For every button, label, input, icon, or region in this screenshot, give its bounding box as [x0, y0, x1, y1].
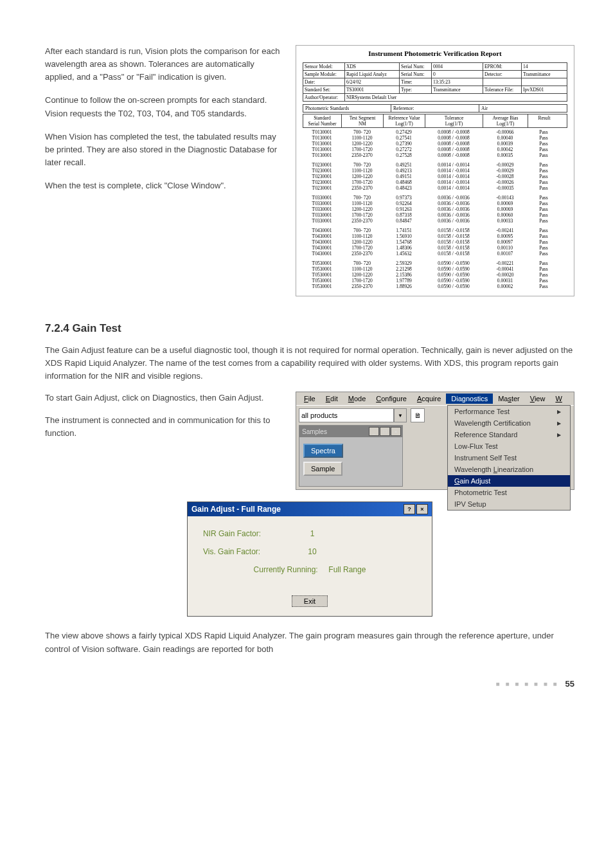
menu-w[interactable]: W — [550, 393, 567, 404]
table-row: T02300011200-12200.491510.0014 / -0.0014… — [303, 174, 567, 179]
help-icon[interactable]: ? — [404, 504, 415, 514]
menu-item[interactable]: Performance Test▶ — [448, 406, 570, 417]
meta-val: 14 — [522, 63, 567, 71]
paragraph: To start Gain Adjust, click on Diagnosti… — [45, 392, 283, 404]
close-icon[interactable]: × — [391, 427, 401, 436]
table-row: T0130001700- 7200.274290.0008 / -0.0008-… — [303, 129, 567, 135]
meta-key: Sample Module: — [303, 71, 345, 78]
table-row: T01300011700-17200.272720.0008 / -0.0008… — [303, 147, 567, 152]
table-row: T05300011200-12202.153860.0590 / -0.0590… — [303, 272, 567, 278]
close-icon[interactable]: × — [416, 504, 428, 514]
vis-gain-label: Vis. Gain Factor: — [203, 547, 299, 556]
gain-adjust-dialog: Gain Adjust - Full Range ? × NIR Gain Fa… — [187, 502, 432, 617]
meta-val: 13:35:23 — [432, 78, 483, 86]
report-column-headers: StandardSerial Number Test SegmentNM Ref… — [303, 114, 567, 128]
meta-key — [483, 78, 522, 86]
table-row: T01300012350-23700.275280.0008 / -0.0008… — [303, 152, 567, 158]
submenu-arrow-icon: ▶ — [557, 420, 561, 426]
meta-val: Rapid Liquid Analyz — [345, 71, 400, 78]
table-row: T0530001700- 7202.593290.0590 / -0.0590-… — [303, 260, 567, 266]
paragraph: When Vision has completed the test, the … — [45, 131, 283, 169]
table-row: T05300012350-23701.889260.0590 / -0.0590… — [303, 284, 567, 289]
report-title: Instrument Photometric Verification Repo… — [303, 50, 567, 57]
paragraph: The Gain Adjust feature can be a useful … — [45, 344, 574, 383]
meta-val: IpvXDS01 — [522, 86, 567, 94]
meta-key: Tolerance File: — [483, 86, 522, 94]
menu-file[interactable]: FFileile — [299, 393, 321, 404]
menu-item[interactable]: Instrument Self Test — [448, 452, 570, 464]
table-row: T03300011100-11200.922640.0036 / -0.0036… — [303, 201, 567, 206]
sample-button[interactable]: Sample — [303, 462, 342, 476]
footer-dots-icon: ■ ■ ■ ■ ■ ■ ■ — [496, 680, 559, 687]
table-row: T02300011700-17200.484680.0014 / -0.0014… — [303, 179, 567, 185]
menu-item[interactable]: Reference Standard▶ — [448, 429, 570, 440]
meta-val: Transmittance — [432, 86, 483, 94]
table-row: T04300012350-23701.456320.0158 / -0.0158… — [303, 251, 567, 257]
table-row: T01300011100-11200.275410.0008 / -0.0008… — [303, 135, 567, 141]
meta-key: Time: — [400, 78, 432, 86]
dialog-title: Gain Adjust - Full Range — [191, 505, 281, 514]
meta-val: Transmittance — [522, 71, 567, 78]
meta-val — [522, 78, 567, 86]
minimize-icon[interactable]: _ — [369, 427, 379, 436]
report-rows: T0130001700- 7200.274290.0008 / -0.0008-… — [303, 129, 567, 289]
menu-mode[interactable]: Mode — [343, 393, 371, 404]
menu-configure[interactable]: Configure — [371, 393, 412, 404]
currently-running-label: Currently Running: — [254, 565, 318, 574]
meta-key: Type: — [400, 86, 432, 94]
meta-key: Serial Num: — [400, 71, 432, 78]
menu-bar: FFileile Edit Mode Configure Acquire Dia… — [296, 392, 574, 405]
meta-key: Standard Set: — [303, 86, 345, 94]
table-row: T02300011100-11200.492130.0014 / -0.0014… — [303, 168, 567, 174]
vis-gain-value: 10 — [299, 547, 325, 556]
nir-gain-label: NIR Gain Factor: — [203, 529, 299, 538]
report-subhead: Photometric Standards Reference: Air — [303, 104, 567, 113]
meta-val: 0 — [432, 71, 483, 78]
products-combobox[interactable] — [299, 408, 394, 422]
maximize-icon[interactable]: □ — [380, 427, 390, 436]
exit-button[interactable]: Exit — [292, 595, 328, 607]
menu-item[interactable]: Low-Flux Test — [448, 440, 570, 452]
currently-running-value: Full Range — [328, 565, 366, 574]
spectra-button[interactable]: Spectra — [303, 444, 343, 458]
submenu-arrow-icon: ▶ — [557, 409, 561, 415]
submenu-arrow-icon: ▶ — [557, 432, 561, 438]
paragraph: After each standard is run, Vision plots… — [45, 45, 283, 84]
table-row: T04300011200-12201.547680.0158 / -0.0158… — [303, 239, 567, 245]
table-row: T03300012350-23700.848470.0036 / -0.0036… — [303, 218, 567, 224]
menu-edit[interactable]: Edit — [321, 393, 343, 404]
menu-item[interactable]: IPV Setup — [448, 498, 570, 510]
paragraph: When the test is complete, click "Close … — [45, 179, 283, 192]
menu-diagnostics[interactable]: Diagnostics — [446, 393, 493, 404]
meta-key: Date: — [303, 78, 345, 86]
table-row: T0430001700- 7201.741510.0158 / -0.0158-… — [303, 228, 567, 233]
section-heading-gain-test: 7.2.4 Gain Test — [45, 322, 574, 335]
nir-gain-value: 1 — [299, 529, 325, 538]
table-row: T03300011700-17200.873180.0036 / -0.0036… — [303, 212, 567, 218]
paragraph: The instrument is connected and in commu… — [45, 414, 283, 440]
page-number: 55 — [565, 679, 574, 689]
table-row: T05300011100-11202.212980.0590 / -0.0590… — [303, 266, 567, 272]
menu-acquire[interactable]: Acquire — [412, 393, 446, 404]
meta-key: Serial Num: — [400, 63, 432, 71]
table-row: T04300011100-11201.569100.0158 / -0.0158… — [303, 233, 567, 239]
verification-report: Instrument Photometric Verification Repo… — [296, 45, 574, 296]
menu-item[interactable]: Wavelength Certification▶ — [448, 417, 570, 429]
report-meta-grid: Sensor Model: XDS Serial Num: 0004 EPROM… — [303, 62, 567, 102]
menu-view[interactable]: View — [525, 393, 551, 404]
subhead-ref-val: Air — [479, 105, 567, 112]
menu-item[interactable]: Gain Adjust — [448, 475, 570, 487]
table-row: T02300012350-23700.484230.0014 / -0.0014… — [303, 185, 567, 191]
combobox-dropdown-button[interactable]: ▼ — [394, 408, 407, 422]
new-document-icon[interactable]: 🗎 — [411, 408, 425, 422]
menu-item[interactable]: Wavelength Linearization — [448, 464, 570, 475]
table-row: T04300011700-17201.483060.0158 / -0.0158… — [303, 245, 567, 251]
menu-item[interactable]: Photometric Test — [448, 487, 570, 498]
meta-key: Author/Operator: — [303, 94, 345, 102]
samples-window: Samples _ □ × Spectra Sample — [299, 425, 403, 487]
diagnostics-dropdown: Performance Test▶Wavelength Certificatio… — [447, 405, 571, 511]
menu-master[interactable]: Master — [493, 393, 525, 404]
table-row: T05300011700-17201.977890.0590 / -0.0590… — [303, 278, 567, 284]
meta-key: Detector: — [483, 71, 522, 78]
table-row: T01300011200-12200.273900.0008 / -0.0008… — [303, 141, 567, 147]
